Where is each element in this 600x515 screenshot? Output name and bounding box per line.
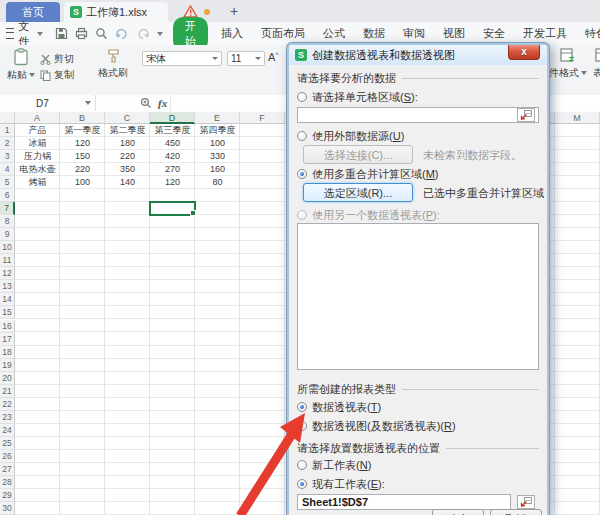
radio-cell-range[interactable]: 请选择单元格区域(S):	[297, 90, 418, 104]
menu-tab-7[interactable]: 开发工具	[514, 26, 576, 41]
row-header-25[interactable]: 25	[0, 437, 15, 450]
cell[interactable]: 100	[60, 176, 105, 189]
radio-new-worksheet[interactable]: 新工作表(N)	[297, 458, 371, 472]
row-header-9[interactable]: 9	[0, 228, 15, 241]
cell[interactable]: 第三季度	[150, 124, 195, 137]
row-header-1[interactable]: 1	[0, 124, 15, 137]
cell[interactable]: 450	[150, 137, 195, 150]
radio-pivot-chart[interactable]: 数据透视图(及数据透视表)(R)	[297, 419, 456, 433]
menu-tab-2[interactable]: 公式	[314, 26, 354, 41]
cell-range-input[interactable]	[297, 107, 539, 123]
search-icon[interactable]	[140, 97, 152, 109]
cell[interactable]: 冰箱	[15, 137, 60, 150]
radio-external-source[interactable]: 使用外部数据源(U)	[297, 129, 404, 143]
cell[interactable]: 烤箱	[15, 176, 60, 189]
cell[interactable]: 产品	[15, 124, 60, 137]
menu-tab-6[interactable]: 安全	[474, 26, 514, 41]
column-header-D[interactable]: D	[150, 112, 195, 124]
cell[interactable]: 80	[195, 176, 240, 189]
row-header-28[interactable]: 28	[0, 476, 15, 489]
dialog-close-button[interactable]: x	[508, 45, 540, 60]
row-header-11[interactable]: 11	[0, 254, 15, 267]
location-input[interactable]: Sheet1!$D$7	[297, 494, 511, 510]
row-header-16[interactable]: 16	[0, 320, 15, 333]
print-icon[interactable]	[75, 27, 88, 40]
cell[interactable]: 第一季度	[60, 124, 105, 137]
cell[interactable]: 第四季度	[195, 124, 240, 137]
range-picker-button[interactable]	[517, 495, 535, 509]
row-header-5[interactable]: 5	[0, 176, 15, 189]
cell[interactable]: 120	[60, 137, 105, 150]
row-header-22[interactable]: 22	[0, 398, 15, 411]
cell[interactable]: 100	[195, 137, 240, 150]
menu-tab-8[interactable]: 特色应用	[576, 26, 600, 41]
undo-icon[interactable]	[115, 28, 129, 40]
menu-tab-5[interactable]: 视图	[434, 26, 474, 41]
column-header-C[interactable]: C	[105, 112, 150, 124]
row-header-23[interactable]: 23	[0, 411, 15, 424]
select-range-button[interactable]: 选定区域(R)...	[303, 183, 413, 202]
cell[interactable]: 电热水壶	[15, 163, 60, 176]
cell[interactable]: 220	[60, 163, 105, 176]
row-header-15[interactable]: 15	[0, 306, 15, 319]
row-header-21[interactable]: 21	[0, 385, 15, 398]
row-header-4[interactable]: 4	[0, 163, 15, 176]
row-header-8[interactable]: 8	[0, 215, 15, 228]
row-header-17[interactable]: 17	[0, 333, 15, 346]
save-icon[interactable]	[55, 27, 68, 40]
cell[interactable]: 220	[105, 150, 150, 163]
row-header-20[interactable]: 20	[0, 372, 15, 385]
row-header-27[interactable]: 27	[0, 463, 15, 476]
menu-tab-0[interactable]: 插入	[212, 26, 252, 41]
row-header-26[interactable]: 26	[0, 450, 15, 463]
name-box[interactable]: D7	[0, 95, 96, 111]
column-header-E[interactable]: E	[195, 112, 240, 124]
new-tab-button[interactable]: +	[224, 2, 244, 20]
pivot-list-box[interactable]	[297, 223, 539, 370]
row-header-30[interactable]: 30	[0, 502, 15, 515]
row-header-19[interactable]: 19	[0, 359, 15, 372]
column-header-F[interactable]: F	[240, 112, 285, 124]
row-header-2[interactable]: 2	[0, 137, 15, 150]
cell[interactable]: 120	[150, 176, 195, 189]
ok-button[interactable]: 确定	[432, 509, 484, 515]
more-commands-chevron-icon[interactable]	[157, 32, 163, 36]
row-header-10[interactable]: 10	[0, 241, 15, 254]
column-header-B[interactable]: B	[60, 112, 105, 124]
cell[interactable]: 180	[105, 137, 150, 150]
file-menu[interactable]: 文件	[0, 19, 49, 49]
font-size-combo[interactable]: 11	[227, 51, 265, 66]
cell[interactable]: 350	[105, 163, 150, 176]
cell[interactable]: 160	[195, 163, 240, 176]
row-header-12[interactable]: 12	[0, 267, 15, 280]
font-name-combo[interactable]: 宋体	[142, 51, 222, 66]
row-header-29[interactable]: 29	[0, 489, 15, 502]
redo-icon[interactable]	[136, 28, 150, 40]
radio-existing-worksheet[interactable]: 现有工作表(E):	[297, 477, 385, 491]
cancel-button[interactable]: 取消	[490, 509, 542, 515]
row-header-24[interactable]: 24	[0, 424, 15, 437]
cell[interactable]: 压力锅	[15, 150, 60, 163]
cell[interactable]: 150	[60, 150, 105, 163]
row-header-6[interactable]: 6	[0, 189, 15, 202]
cell[interactable]: 330	[195, 150, 240, 163]
row-header-18[interactable]: 18	[0, 346, 15, 359]
select-all-corner[interactable]	[0, 112, 15, 124]
selected-cell-D7[interactable]	[149, 201, 196, 216]
range-picker-button[interactable]	[517, 108, 535, 122]
menu-tab-4[interactable]: 审阅	[394, 26, 434, 41]
cut-button[interactable]: 剪切	[40, 51, 92, 67]
cell[interactable]: 270	[150, 163, 195, 176]
radio-other-pivot[interactable]: 使用另一个数据透视表(P):	[297, 208, 440, 222]
cell[interactable]: 140	[105, 176, 150, 189]
paste-button[interactable]: 粘贴	[6, 48, 36, 82]
row-header-7[interactable]: 7	[0, 202, 15, 215]
document-tab[interactable]: S 工作簿1.xlsx	[64, 2, 168, 22]
radio-pivot-table[interactable]: 数据透视表(T)	[297, 400, 381, 414]
row-header-13[interactable]: 13	[0, 280, 15, 293]
cell[interactable]: 第二季度	[105, 124, 150, 137]
copy-button[interactable]: 复制	[40, 67, 92, 83]
row-header-14[interactable]: 14	[0, 293, 15, 306]
print-preview-icon[interactable]	[95, 27, 108, 40]
column-header-A[interactable]: A	[15, 112, 60, 124]
